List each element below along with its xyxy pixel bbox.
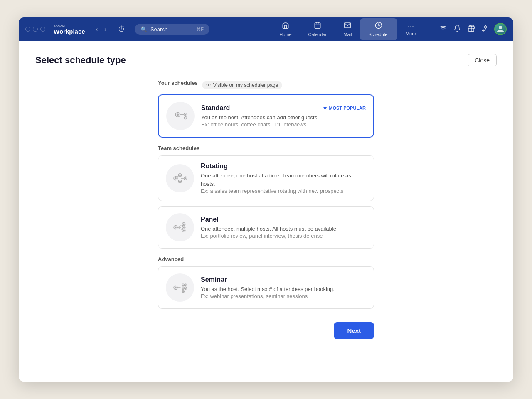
eye-icon: 👁 bbox=[206, 82, 211, 88]
svg-point-47 bbox=[185, 288, 186, 289]
app-window: zoom Workplace ‹ › ⏱ 🔍 Search ⌘F Home bbox=[19, 17, 513, 382]
star-icon: ★ bbox=[323, 105, 327, 111]
nav-tab-home-label: Home bbox=[279, 32, 291, 37]
nav-tab-scheduler-label: Scheduler bbox=[368, 32, 389, 37]
most-popular-text: MOST POPULAR bbox=[329, 106, 366, 111]
nav-tab-home[interactable]: Home bbox=[271, 18, 300, 40]
standard-icon bbox=[166, 102, 195, 130]
magic-button[interactable] bbox=[480, 23, 491, 36]
search-bar[interactable]: 🔍 Search ⌘F bbox=[135, 24, 209, 35]
nav-tab-more[interactable]: ··· More bbox=[397, 18, 424, 40]
nav-tab-scheduler[interactable]: Scheduler bbox=[360, 18, 397, 40]
search-kbd: ⌘F bbox=[196, 27, 204, 32]
seminar-title-row: Seminar bbox=[201, 276, 366, 283]
most-popular-badge: ★ MOST POPULAR bbox=[323, 105, 366, 111]
bottom-actions: Next bbox=[158, 322, 374, 343]
gift-button[interactable] bbox=[466, 23, 477, 36]
titlebar: zoom Workplace ‹ › ⏱ 🔍 Search ⌘F Home bbox=[19, 17, 513, 41]
standard-desc: You as the host. Attendees can add other… bbox=[201, 113, 366, 122]
history-button[interactable]: ⏱ bbox=[116, 23, 128, 35]
seminar-title: Seminar bbox=[201, 276, 227, 283]
avatar[interactable] bbox=[494, 23, 507, 35]
rotating-icon bbox=[166, 164, 194, 192]
brand-sub: zoom bbox=[54, 24, 85, 27]
seminar-desc: You as the host. Select max # of attende… bbox=[201, 285, 366, 293]
your-schedules-header: Your schedules 👁 Visible on my scheduler… bbox=[158, 80, 374, 90]
search-placeholder: Search bbox=[150, 26, 167, 32]
mail-icon bbox=[344, 22, 351, 31]
schedule-card-panel[interactable]: Panel One attendee, multiple hosts. All … bbox=[158, 206, 374, 249]
svg-point-18 bbox=[179, 175, 181, 176]
nav-forward[interactable]: › bbox=[102, 24, 109, 34]
svg-point-43 bbox=[185, 285, 186, 286]
nav-tab-mail[interactable]: Mail bbox=[335, 18, 360, 40]
traffic-light-close[interactable] bbox=[25, 27, 30, 32]
right-icons bbox=[438, 23, 507, 36]
svg-point-34 bbox=[183, 230, 185, 232]
panel-desc: One attendee, multiple hosts. All hosts … bbox=[201, 225, 366, 233]
svg-line-35 bbox=[178, 225, 182, 227]
brand-name: Workplace bbox=[54, 28, 85, 35]
visible-badge-text: Visible on my scheduler page bbox=[213, 82, 278, 88]
standard-example: Ex: office hours, coffee chats, 1:1 inte… bbox=[201, 121, 366, 128]
traffic-light-minimize[interactable] bbox=[33, 27, 38, 32]
schedule-card-standard[interactable]: Standard ★ MOST POPULAR You as the host.… bbox=[158, 94, 374, 138]
search-icon: 🔍 bbox=[140, 26, 147, 32]
panel-title-row: Panel bbox=[201, 216, 366, 223]
schedule-container: Your schedules 👁 Visible on my scheduler… bbox=[158, 80, 374, 343]
rotating-title: Rotating bbox=[201, 163, 228, 170]
scheduler-icon bbox=[375, 22, 382, 31]
svg-point-38 bbox=[175, 287, 177, 289]
nav-tab-calendar[interactable]: Calendar bbox=[300, 18, 335, 40]
traffic-lights bbox=[25, 27, 45, 32]
standard-card-body: Standard ★ MOST POPULAR You as the host.… bbox=[201, 104, 366, 128]
svg-line-22 bbox=[177, 179, 179, 181]
seminar-icon bbox=[166, 273, 194, 302]
visible-badge: 👁 Visible on my scheduler page bbox=[202, 81, 283, 89]
svg-point-41 bbox=[182, 285, 184, 286]
svg-point-30 bbox=[183, 224, 185, 225]
home-icon bbox=[282, 22, 289, 31]
nav-arrows: ‹ › bbox=[94, 24, 109, 34]
nav-tab-calendar-label: Calendar bbox=[308, 32, 327, 37]
bell-button[interactable] bbox=[452, 23, 463, 36]
svg-point-14 bbox=[184, 117, 187, 119]
seminar-card-body: Seminar You as the host. Select max # of… bbox=[201, 276, 366, 300]
rotating-desc: One attendee, one host at a time. Team m… bbox=[201, 172, 366, 188]
svg-point-32 bbox=[183, 227, 185, 228]
svg-rect-0 bbox=[315, 23, 320, 29]
standard-title: Standard bbox=[201, 104, 230, 112]
advanced-label: Advanced bbox=[158, 256, 374, 262]
svg-point-20 bbox=[179, 181, 181, 182]
more-icon: ··· bbox=[408, 22, 414, 30]
svg-line-36 bbox=[178, 228, 182, 230]
nav-back[interactable]: ‹ bbox=[94, 24, 101, 34]
svg-point-49 bbox=[182, 291, 184, 292]
team-schedules-label: Team schedules bbox=[158, 145, 374, 151]
your-schedules-label: Your schedules bbox=[158, 80, 198, 86]
next-button[interactable]: Next bbox=[334, 322, 374, 339]
schedule-card-seminar[interactable]: Seminar You as the host. Select max # of… bbox=[158, 266, 374, 309]
page-title: Select schedule type bbox=[35, 55, 126, 66]
svg-point-25 bbox=[185, 177, 187, 179]
close-button[interactable]: Close bbox=[468, 54, 497, 66]
rotating-title-row: Rotating bbox=[201, 163, 366, 170]
brand-logo: zoom Workplace bbox=[54, 24, 85, 35]
schedule-card-rotating[interactable]: Rotating One attendee, one host at a tim… bbox=[158, 155, 374, 201]
standard-title-row: Standard ★ MOST POPULAR bbox=[201, 104, 366, 112]
svg-point-27 bbox=[175, 227, 177, 229]
calendar-icon bbox=[314, 22, 321, 31]
panel-title: Panel bbox=[201, 216, 219, 223]
svg-point-10 bbox=[177, 114, 179, 116]
traffic-light-maximize[interactable] bbox=[40, 27, 45, 32]
rotating-example: Ex: a sales team representative rotating… bbox=[201, 188, 366, 194]
svg-point-16 bbox=[175, 177, 177, 180]
svg-line-21 bbox=[177, 176, 179, 177]
rotating-card-body: Rotating One attendee, one host at a tim… bbox=[201, 163, 366, 194]
brand: zoom Workplace bbox=[54, 24, 85, 35]
wifi-button[interactable] bbox=[438, 23, 448, 36]
panel-icon bbox=[166, 213, 194, 241]
seminar-example: Ex: webinar presentations, seminar sessi… bbox=[201, 293, 366, 299]
svg-point-13 bbox=[185, 114, 187, 116]
panel-card-body: Panel One attendee, multiple hosts. All … bbox=[201, 216, 366, 239]
